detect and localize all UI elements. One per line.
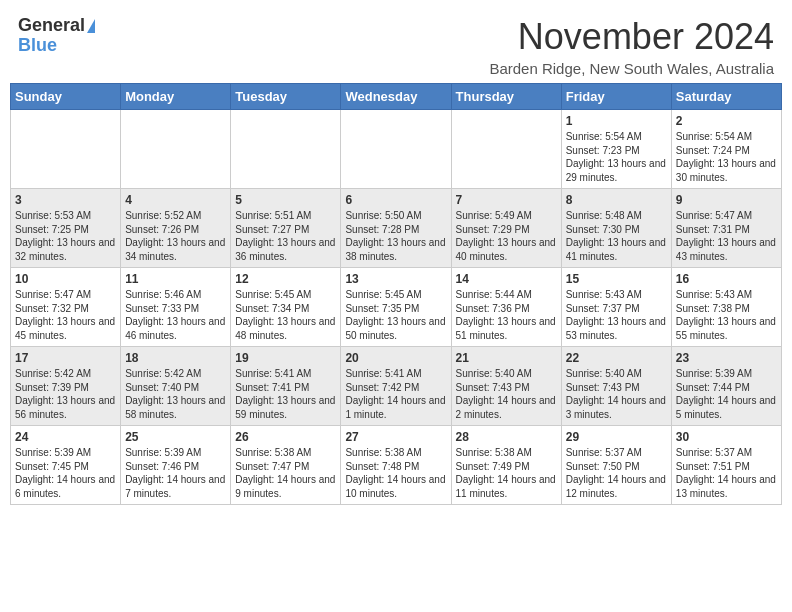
day-info: Sunrise: 5:52 AM Sunset: 7:26 PM Dayligh… [125,209,226,263]
day-number: 12 [235,272,336,286]
day-info: Sunrise: 5:38 AM Sunset: 7:48 PM Dayligh… [345,446,446,500]
calendar-cell: 27Sunrise: 5:38 AM Sunset: 7:48 PM Dayli… [341,426,451,505]
day-number: 25 [125,430,226,444]
calendar-cell: 3Sunrise: 5:53 AM Sunset: 7:25 PM Daylig… [11,189,121,268]
day-info: Sunrise: 5:40 AM Sunset: 7:43 PM Dayligh… [456,367,557,421]
day-number: 6 [345,193,446,207]
calendar-cell: 24Sunrise: 5:39 AM Sunset: 7:45 PM Dayli… [11,426,121,505]
day-number: 7 [456,193,557,207]
calendar-week-row: 10Sunrise: 5:47 AM Sunset: 7:32 PM Dayli… [11,268,782,347]
day-number: 3 [15,193,116,207]
logo: General Blue [18,16,95,56]
day-info: Sunrise: 5:43 AM Sunset: 7:37 PM Dayligh… [566,288,667,342]
calendar-cell: 22Sunrise: 5:40 AM Sunset: 7:43 PM Dayli… [561,347,671,426]
day-info: Sunrise: 5:51 AM Sunset: 7:27 PM Dayligh… [235,209,336,263]
day-info: Sunrise: 5:42 AM Sunset: 7:40 PM Dayligh… [125,367,226,421]
day-info: Sunrise: 5:45 AM Sunset: 7:34 PM Dayligh… [235,288,336,342]
day-info: Sunrise: 5:39 AM Sunset: 7:44 PM Dayligh… [676,367,777,421]
calendar-cell [11,110,121,189]
col-header-thursday: Thursday [451,84,561,110]
day-info: Sunrise: 5:45 AM Sunset: 7:35 PM Dayligh… [345,288,446,342]
calendar-header-row: SundayMondayTuesdayWednesdayThursdayFrid… [11,84,782,110]
day-number: 28 [456,430,557,444]
calendar-week-row: 3Sunrise: 5:53 AM Sunset: 7:25 PM Daylig… [11,189,782,268]
page-header: General Blue November 2024 Barden Ridge,… [10,10,782,77]
calendar-cell: 13Sunrise: 5:45 AM Sunset: 7:35 PM Dayli… [341,268,451,347]
title-area: November 2024 Barden Ridge, New South Wa… [489,16,774,77]
day-info: Sunrise: 5:44 AM Sunset: 7:36 PM Dayligh… [456,288,557,342]
calendar-cell: 9Sunrise: 5:47 AM Sunset: 7:31 PM Daylig… [671,189,781,268]
day-info: Sunrise: 5:39 AM Sunset: 7:45 PM Dayligh… [15,446,116,500]
calendar-cell: 20Sunrise: 5:41 AM Sunset: 7:42 PM Dayli… [341,347,451,426]
day-number: 8 [566,193,667,207]
day-number: 26 [235,430,336,444]
day-number: 21 [456,351,557,365]
day-number: 22 [566,351,667,365]
day-info: Sunrise: 5:46 AM Sunset: 7:33 PM Dayligh… [125,288,226,342]
day-info: Sunrise: 5:43 AM Sunset: 7:38 PM Dayligh… [676,288,777,342]
col-header-sunday: Sunday [11,84,121,110]
calendar-cell [451,110,561,189]
day-info: Sunrise: 5:50 AM Sunset: 7:28 PM Dayligh… [345,209,446,263]
calendar-week-row: 17Sunrise: 5:42 AM Sunset: 7:39 PM Dayli… [11,347,782,426]
calendar-cell: 2Sunrise: 5:54 AM Sunset: 7:24 PM Daylig… [671,110,781,189]
day-info: Sunrise: 5:54 AM Sunset: 7:24 PM Dayligh… [676,130,777,184]
calendar-cell: 1Sunrise: 5:54 AM Sunset: 7:23 PM Daylig… [561,110,671,189]
day-info: Sunrise: 5:41 AM Sunset: 7:41 PM Dayligh… [235,367,336,421]
logo-triangle-icon [87,19,95,33]
day-info: Sunrise: 5:47 AM Sunset: 7:32 PM Dayligh… [15,288,116,342]
calendar-week-row: 1Sunrise: 5:54 AM Sunset: 7:23 PM Daylig… [11,110,782,189]
calendar-cell: 11Sunrise: 5:46 AM Sunset: 7:33 PM Dayli… [121,268,231,347]
calendar-cell: 26Sunrise: 5:38 AM Sunset: 7:47 PM Dayli… [231,426,341,505]
calendar-cell: 21Sunrise: 5:40 AM Sunset: 7:43 PM Dayli… [451,347,561,426]
day-info: Sunrise: 5:49 AM Sunset: 7:29 PM Dayligh… [456,209,557,263]
month-title: November 2024 [489,16,774,58]
calendar-cell [341,110,451,189]
calendar-cell: 12Sunrise: 5:45 AM Sunset: 7:34 PM Dayli… [231,268,341,347]
day-number: 17 [15,351,116,365]
day-number: 15 [566,272,667,286]
day-info: Sunrise: 5:54 AM Sunset: 7:23 PM Dayligh… [566,130,667,184]
day-number: 16 [676,272,777,286]
day-number: 18 [125,351,226,365]
calendar-cell: 25Sunrise: 5:39 AM Sunset: 7:46 PM Dayli… [121,426,231,505]
calendar-cell: 7Sunrise: 5:49 AM Sunset: 7:29 PM Daylig… [451,189,561,268]
day-number: 27 [345,430,446,444]
calendar-cell: 23Sunrise: 5:39 AM Sunset: 7:44 PM Dayli… [671,347,781,426]
day-info: Sunrise: 5:47 AM Sunset: 7:31 PM Dayligh… [676,209,777,263]
location-text: Barden Ridge, New South Wales, Australia [489,60,774,77]
day-number: 14 [456,272,557,286]
day-number: 20 [345,351,446,365]
day-number: 9 [676,193,777,207]
day-info: Sunrise: 5:38 AM Sunset: 7:49 PM Dayligh… [456,446,557,500]
col-header-tuesday: Tuesday [231,84,341,110]
day-number: 23 [676,351,777,365]
day-number: 11 [125,272,226,286]
calendar-cell: 15Sunrise: 5:43 AM Sunset: 7:37 PM Dayli… [561,268,671,347]
calendar-cell: 29Sunrise: 5:37 AM Sunset: 7:50 PM Dayli… [561,426,671,505]
calendar-cell: 19Sunrise: 5:41 AM Sunset: 7:41 PM Dayli… [231,347,341,426]
day-info: Sunrise: 5:48 AM Sunset: 7:30 PM Dayligh… [566,209,667,263]
day-info: Sunrise: 5:38 AM Sunset: 7:47 PM Dayligh… [235,446,336,500]
day-number: 19 [235,351,336,365]
calendar-cell [231,110,341,189]
day-info: Sunrise: 5:42 AM Sunset: 7:39 PM Dayligh… [15,367,116,421]
day-number: 13 [345,272,446,286]
day-info: Sunrise: 5:53 AM Sunset: 7:25 PM Dayligh… [15,209,116,263]
calendar-cell: 30Sunrise: 5:37 AM Sunset: 7:51 PM Dayli… [671,426,781,505]
calendar-cell: 17Sunrise: 5:42 AM Sunset: 7:39 PM Dayli… [11,347,121,426]
day-number: 30 [676,430,777,444]
calendar-cell: 18Sunrise: 5:42 AM Sunset: 7:40 PM Dayli… [121,347,231,426]
calendar-cell: 6Sunrise: 5:50 AM Sunset: 7:28 PM Daylig… [341,189,451,268]
calendar-cell: 8Sunrise: 5:48 AM Sunset: 7:30 PM Daylig… [561,189,671,268]
day-info: Sunrise: 5:40 AM Sunset: 7:43 PM Dayligh… [566,367,667,421]
day-number: 24 [15,430,116,444]
calendar-cell: 10Sunrise: 5:47 AM Sunset: 7:32 PM Dayli… [11,268,121,347]
calendar-cell: 4Sunrise: 5:52 AM Sunset: 7:26 PM Daylig… [121,189,231,268]
col-header-wednesday: Wednesday [341,84,451,110]
col-header-friday: Friday [561,84,671,110]
logo-general-text: General [18,16,85,36]
logo-blue-text: Blue [18,35,57,55]
day-number: 29 [566,430,667,444]
day-info: Sunrise: 5:37 AM Sunset: 7:51 PM Dayligh… [676,446,777,500]
